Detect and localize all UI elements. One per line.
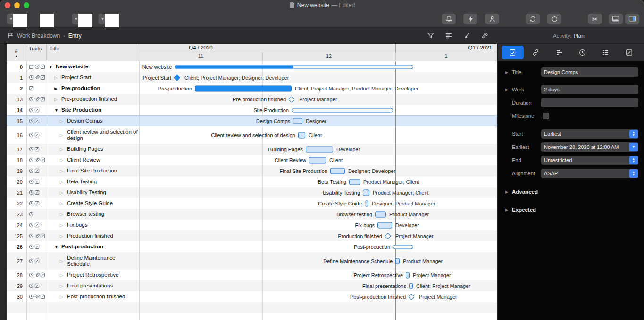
tools-wrench-button[interactable] <box>476 27 493 44</box>
disclosure-expanded-icon[interactable]: ▼ <box>54 108 59 113</box>
disclosure-leaf-icon[interactable]: ▷ <box>60 259 65 263</box>
disclosure-expanded-icon[interactable]: ▼ <box>49 65 53 69</box>
disclosure-icon[interactable]: ▶ <box>505 88 508 92</box>
task-row-25[interactable]: 25▷Production finishedProduction finishe… <box>7 230 497 241</box>
end-select[interactable]: Unrestricted ▲▼ <box>541 156 638 165</box>
toggle-inspector-button[interactable] <box>625 14 639 24</box>
disclosure-leaf-icon[interactable]: ▷ <box>60 190 65 195</box>
column-header-number[interactable]: # ▲ <box>7 44 26 61</box>
task-row-17[interactable]: 17▷Building PagesBuilding PagesDeveloper <box>7 144 497 155</box>
task-bar[interactable] <box>375 211 386 217</box>
inspector-tab-assignments[interactable] <box>548 46 570 59</box>
resources-button[interactable] <box>485 14 499 24</box>
filter-button[interactable] <box>422 27 440 44</box>
task-row-0[interactable]: 0▼New websiteNew website <box>7 61 497 72</box>
disclosure-leaf-icon[interactable]: ▷ <box>60 180 65 184</box>
task-row-29[interactable]: 29▷Final presentationsFinal presentation… <box>7 280 497 291</box>
task-bar[interactable] <box>309 157 326 163</box>
inspector-tab-dependencies[interactable] <box>525 46 547 59</box>
task-row-16[interactable]: 16▷Client review and selection of design… <box>7 126 497 144</box>
title-field[interactable] <box>541 67 638 77</box>
task-row-15[interactable]: 15▷Design CompsDesign CompsDesigner <box>7 115 497 126</box>
inspector-tab-scheduling[interactable] <box>571 46 594 59</box>
disclosure-leaf-icon[interactable]: ▷ <box>54 75 59 80</box>
disclosure-leaf-icon[interactable]: ▷ <box>60 273 65 278</box>
task-row-23[interactable]: 23▷Browser testingBrowser testingProduct… <box>7 209 497 220</box>
task-row-26[interactable]: 26▼Post-productionPost-production <box>7 241 497 252</box>
disclosure-leaf-icon[interactable]: ▷ <box>60 158 65 163</box>
milestone-diamond[interactable] <box>408 293 415 300</box>
disclosure-leaf-icon[interactable]: ▷ <box>60 133 65 138</box>
alignment-select[interactable]: ASAP ▲▼ <box>541 169 638 178</box>
disclosure-icon[interactable]: ▶ <box>505 70 508 74</box>
disclosure-leaf-icon[interactable]: ▷ <box>60 169 65 173</box>
task-bar[interactable] <box>298 132 305 138</box>
task-bar[interactable] <box>395 258 400 264</box>
task-bar[interactable] <box>406 272 410 278</box>
tools-button[interactable]: ✂ <box>588 14 602 24</box>
task-row-28[interactable]: 28▷Project RetrospectiveProject Retrospe… <box>7 270 497 280</box>
milestone-diamond[interactable] <box>288 96 295 102</box>
disclosure-leaf-icon[interactable]: ▷ <box>60 284 65 288</box>
summary-bar[interactable] <box>292 108 393 112</box>
milestone-diamond[interactable] <box>385 232 391 239</box>
task-bar[interactable] <box>195 85 292 91</box>
inspector-tab-custom-data[interactable] <box>594 46 617 59</box>
column-header-title[interactable]: Title <box>47 44 139 61</box>
task-bar[interactable] <box>365 200 368 206</box>
task-row-21[interactable]: 21▷Usability TestingUsability TestingPro… <box>7 187 497 198</box>
disclosure-leaf-icon[interactable]: ▷ <box>60 223 65 228</box>
work-field[interactable] <box>541 85 638 94</box>
disclosure-leaf-icon[interactable]: ▷ <box>60 201 65 206</box>
task-row-1[interactable]: 1▷Project StartProject StartClient; Proj… <box>7 72 497 83</box>
disclosure-leaf-icon[interactable]: ▷ <box>60 119 65 123</box>
task-row-2[interactable]: 2▶Pre-productionPre-productionClient; Pr… <box>7 83 497 94</box>
task-traits <box>26 187 47 198</box>
sync-button[interactable] <box>526 14 540 24</box>
disclosure-leaf-icon[interactable]: ▷ <box>60 212 65 217</box>
disclosure-leaf-icon[interactable]: ▷ <box>60 295 65 299</box>
milestone-diamond[interactable] <box>174 74 180 81</box>
earliest-date-combo[interactable]: November 28, 2020 at 12:00 AM ▼ <box>541 142 638 152</box>
task-row-13[interactable]: 13▷Pre-production finishedPre-production… <box>7 94 497 105</box>
timeline-header[interactable]: Q4 / 2020 Q1 / 2021 11 12 1 <box>139 44 497 61</box>
column-header-traits[interactable]: Traits <box>26 44 47 61</box>
task-row-22[interactable]: 22▷Create Style GuideCreate Style GuideD… <box>7 198 497 209</box>
disclosure-expanded-icon[interactable]: ▼ <box>54 245 59 249</box>
disclosure-leaf-icon[interactable]: ▷ <box>54 97 59 102</box>
start-select[interactable]: Earliest ▲▼ <box>541 129 638 139</box>
inspector-tab-task-info[interactable] <box>502 46 524 59</box>
duration-field[interactable] <box>541 98 638 107</box>
summary-bar[interactable] <box>393 245 413 249</box>
task-bar[interactable] <box>377 222 392 228</box>
publish-button[interactable] <box>547 14 561 24</box>
task-bar[interactable] <box>349 179 360 185</box>
task-row-27[interactable]: 27▷Define Maintenance ScheduleDefine Mai… <box>7 252 497 270</box>
disclosure-leaf-icon[interactable]: ▷ <box>60 147 65 152</box>
toggle-bottom-panel-button[interactable] <box>609 14 623 24</box>
milestone-checkbox[interactable] <box>543 113 549 119</box>
disclosure-collapsed-icon[interactable]: ▶ <box>54 86 59 91</box>
breadcrumb-section[interactable]: Work Breakdown <box>17 33 60 39</box>
breadcrumb-page[interactable]: Entry <box>68 33 82 39</box>
task-bar[interactable] <box>409 283 413 289</box>
task-row-18[interactable]: 18▷Client ReviewClient ReviewClient <box>7 155 497 165</box>
task-bar[interactable] <box>363 189 369 196</box>
task-row-30[interactable]: 30▷Post-production finishedPost-producti… <box>7 291 497 302</box>
expected-section-header[interactable]: ▶ Expected <box>498 205 644 214</box>
inspector-tab-styles[interactable] <box>618 46 640 59</box>
summary-bar[interactable] <box>175 65 413 69</box>
task-bar[interactable] <box>330 168 345 174</box>
outline-options-button[interactable] <box>440 27 458 44</box>
task-row-19[interactable]: 19▷Final Site ProductionFinal Site Produ… <box>7 165 497 176</box>
task-bar[interactable] <box>293 118 302 124</box>
notifications-button[interactable] <box>442 14 456 24</box>
task-row-24[interactable]: 24▷Fix bugsFix bugsDeveloper <box>7 220 497 230</box>
catch-up-button[interactable] <box>463 14 477 24</box>
task-bar[interactable] <box>306 146 333 152</box>
disclosure-leaf-icon[interactable]: ▷ <box>60 234 65 238</box>
advanced-section-header[interactable]: ▶ Advanced <box>498 187 644 197</box>
task-row-14[interactable]: 14▼Site ProductionSite Production <box>7 105 497 115</box>
task-row-20[interactable]: 20▷Beta TestingBeta TestingProduct Manag… <box>7 176 497 187</box>
style-brush-button[interactable] <box>458 27 476 44</box>
